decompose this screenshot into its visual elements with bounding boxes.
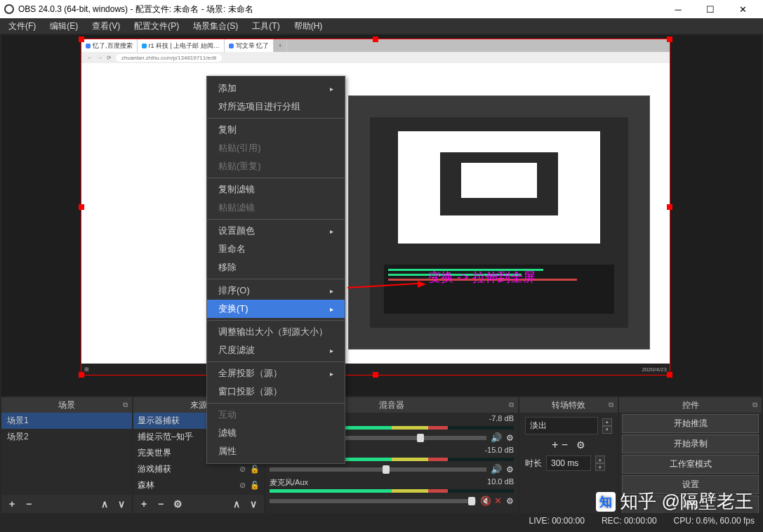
context-menu: 添加对所选项目进行分组复制粘贴(引用)粘贴(重复)复制滤镜粘贴滤镜设置颜色重命名… <box>206 76 345 464</box>
close-button[interactable]: ✕ <box>726 0 759 18</box>
channel-settings-button[interactable]: ⚙ <box>506 496 514 506</box>
duration-spinner[interactable]: ▴▾ <box>595 455 605 471</box>
add-scene-button[interactable]: + <box>4 497 20 511</box>
svg-line-0 <box>347 284 418 288</box>
context-menu-item[interactable]: 设置颜色 <box>207 222 345 240</box>
channel-db: -7.8 dB <box>489 414 514 425</box>
recursive-capture <box>348 95 650 350</box>
context-menu-item[interactable]: 复制 <box>207 121 345 139</box>
titlebar: OBS 24.0.3 (64-bit, windows) - 配置文件: 未命名… <box>0 0 763 18</box>
menu-view[interactable]: 查看(V) <box>86 19 126 34</box>
remove-scene-button[interactable]: − <box>21 497 37 511</box>
move-down-button[interactable]: ∨ <box>114 497 129 511</box>
popout-icon[interactable]: ⧉ <box>509 401 514 409</box>
context-menu-item[interactable]: 添加 <box>207 79 345 98</box>
context-menu-item[interactable]: 重命名 <box>207 240 345 258</box>
svg-marker-1 <box>418 281 426 288</box>
visibility-icon[interactable]: ⊘ <box>237 481 247 490</box>
scene-item[interactable]: 场景2 <box>1 429 132 445</box>
resize-handle[interactable] <box>79 204 84 210</box>
menu-help[interactable]: 帮助(H) <box>288 19 329 34</box>
context-menu-item[interactable]: 调整输出大小（到源大小） <box>207 323 345 341</box>
preview-area[interactable]: 忆了,百度搜索 r1 科技 | 上电子邮 始阅… 写文章 忆了 + ←→⟳ zh… <box>1 35 762 396</box>
captured-browser-chrome: 忆了,百度搜索 r1 科技 | 上电子邮 始阅… 写文章 忆了 + ←→⟳ zh… <box>81 39 670 63</box>
resize-handle[interactable] <box>79 36 84 42</box>
context-menu-item[interactable]: 移除 <box>207 258 345 277</box>
studio-mode-button[interactable]: 工作室模式 <box>622 455 759 474</box>
maximize-button[interactable]: ☐ <box>694 0 726 18</box>
channel-settings-button[interactable]: ⚙ <box>506 465 514 474</box>
zhihu-icon: 知 <box>596 492 616 512</box>
popout-icon[interactable]: ⧉ <box>123 401 128 409</box>
popout-icon[interactable]: ⧉ <box>752 401 757 409</box>
move-down-button[interactable]: ∨ <box>246 497 261 511</box>
start-recording-button[interactable]: 开始录制 <box>622 434 759 453</box>
transition-settings-button[interactable]: ⚙ <box>576 439 585 451</box>
scenes-list[interactable]: 场景1 场景2 <box>1 413 132 495</box>
transition-select[interactable]: 淡出 <box>525 417 598 434</box>
menu-edit[interactable]: 编辑(E) <box>44 19 84 34</box>
browser-url: zhuanlan.zhihu.com/p/134819711/edit <box>116 54 222 62</box>
watermark-text: 知乎 @隔壁老王 <box>620 489 753 514</box>
taskbar-date: 2020/4/23 <box>642 366 667 373</box>
move-up-button[interactable]: ∧ <box>97 497 112 511</box>
menu-tools[interactable]: 工具(T) <box>246 19 285 34</box>
visibility-icon[interactable]: ⊘ <box>237 465 247 474</box>
browser-tab: 写文章 忆了 <box>236 41 270 51</box>
mute-button[interactable]: 🔊 <box>491 432 502 443</box>
start-streaming-button[interactable]: 开始推流 <box>622 414 759 433</box>
browser-tab: r1 科技 | 上电子邮 始阅… <box>149 41 220 51</box>
channel-settings-button[interactable]: ⚙ <box>506 433 514 443</box>
context-menu-item[interactable]: 尺度滤波 <box>207 341 345 359</box>
scenes-title: 场景 <box>58 399 75 411</box>
add-source-button[interactable]: + <box>136 497 152 511</box>
lock-icon[interactable]: 🔓 <box>250 481 260 490</box>
annotation-arrow-icon <box>347 281 432 295</box>
transition-spinner[interactable]: ▴▾ <box>602 418 612 434</box>
context-menu-item[interactable]: 全屏投影（源） <box>207 364 345 383</box>
mute-button[interactable]: 🔊 <box>491 464 502 474</box>
resize-handle[interactable] <box>667 372 672 378</box>
resize-handle[interactable] <box>373 36 378 42</box>
context-menu-item: 粘贴(重复) <box>207 157 345 175</box>
context-menu-item[interactable]: 窗口投影（源） <box>207 383 345 401</box>
status-live: LIVE: 00:00:00 <box>529 516 584 526</box>
volume-fader[interactable] <box>270 467 486 472</box>
lock-icon[interactable]: 🔓 <box>250 465 260 474</box>
source-properties-button[interactable]: ⚙ <box>170 497 185 511</box>
channel-db: 10.0 dB <box>487 477 514 488</box>
channel-name: 麦克风/Aux <box>270 477 308 488</box>
mute-button[interactable]: 🔇 ✕ <box>480 496 502 506</box>
context-menu-item[interactable]: 滤镜 <box>207 424 345 442</box>
context-menu-item[interactable]: 排序(O) <box>207 281 345 300</box>
context-menu-item[interactable]: 变换(T) <box>207 300 345 318</box>
resize-handle[interactable] <box>667 36 672 42</box>
window-title: OBS 24.0.3 (64-bit, windows) - 配置文件: 未命名… <box>18 4 662 15</box>
menu-file[interactable]: 文件(F) <box>3 19 41 34</box>
transition-title: 转场特效 <box>552 399 585 411</box>
mixer-title: 混音器 <box>379 399 404 411</box>
duration-input[interactable] <box>546 455 591 471</box>
annotation-text: 变换 -> 拉伸到全屏 <box>428 269 536 286</box>
context-menu-item: 粘贴滤镜 <box>207 199 345 217</box>
move-up-button[interactable]: ∧ <box>229 497 244 511</box>
menu-profile[interactable]: 配置文件(P) <box>128 19 185 34</box>
context-menu-item[interactable]: 对所选项目进行分组 <box>207 98 345 116</box>
preview-canvas: 忆了,百度搜索 r1 科技 | 上电子邮 始阅… 写文章 忆了 + ←→⟳ zh… <box>81 39 670 375</box>
minimize-button[interactable]: ─ <box>662 0 694 18</box>
menu-scene-collection[interactable]: 场景集合(S) <box>187 19 244 34</box>
browser-tab: 忆了,百度搜索 <box>93 41 133 51</box>
scene-item[interactable]: 场景1 <box>1 413 132 429</box>
remove-source-button[interactable]: − <box>153 497 168 511</box>
volume-fader[interactable] <box>270 499 476 503</box>
context-menu-item[interactable]: 属性 <box>207 442 345 460</box>
obs-logo-icon <box>4 4 14 14</box>
resize-handle[interactable] <box>79 372 84 378</box>
add-transition-button[interactable]: + − <box>552 439 568 451</box>
popout-icon[interactable]: ⧉ <box>609 401 613 409</box>
context-menu-item[interactable]: 复制滤镜 <box>207 180 345 199</box>
resize-handle[interactable] <box>667 204 672 210</box>
context-menu-item: 粘贴(引用) <box>207 139 345 157</box>
resize-handle[interactable] <box>373 372 378 378</box>
source-item[interactable]: 森林 ⊘ 🔓 <box>133 477 264 493</box>
